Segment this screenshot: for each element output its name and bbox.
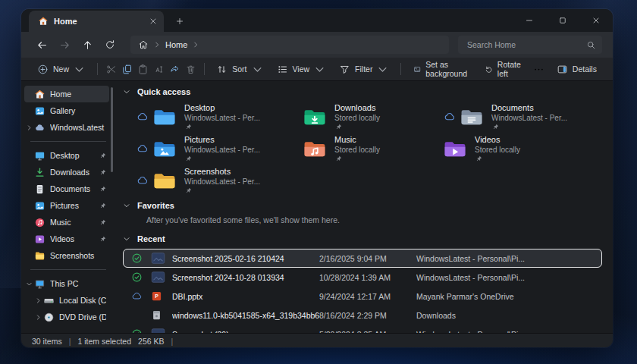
up-button[interactable] [77, 35, 97, 55]
favorites-header[interactable]: Favorites [123, 196, 602, 215]
back-icon [36, 39, 48, 51]
this-pc-icon [34, 278, 46, 290]
minimize-button[interactable] [513, 9, 546, 32]
recent-row-selected[interactable]: Screenshot 2025-02-16 210424 2/16/2025 9… [123, 249, 602, 268]
items-count: 30 items [32, 337, 62, 346]
pin-icon [99, 186, 106, 193]
pictures-icon [34, 200, 46, 212]
file-explorer-window: Home Home New [21, 9, 613, 347]
breadcrumb-home-label[interactable]: Home [165, 40, 187, 49]
chevron-right-icon[interactable] [35, 314, 42, 321]
tab-home[interactable]: Home [29, 11, 164, 32]
sidebar-item-documents[interactable]: Documents [24, 180, 109, 197]
set-as-background-button[interactable]: Set as background [408, 60, 476, 78]
sidebar-item-label: WindowsLatest [50, 123, 106, 132]
sort-button[interactable]: Sort [211, 60, 268, 78]
chevron-right-icon [153, 41, 161, 49]
folder-icon [34, 250, 46, 262]
breadcrumb-home-icon[interactable] [138, 39, 149, 50]
sidebar-item-onedrive[interactable]: WindowsLatest [24, 119, 109, 136]
quick-access-item-downloads[interactable]: Downloads Stored locally [296, 101, 436, 133]
file-name: Screenshot (30) [172, 330, 319, 334]
sidebar-item-desktop[interactable]: Desktop [24, 147, 109, 164]
sidebar-item-videos[interactable]: Videos [24, 231, 109, 247]
sidebar-item-home[interactable]: Home [24, 86, 109, 102]
sidebar-item-downloads[interactable]: Downloads [24, 164, 109, 180]
item-subtitle: WindowsLatest - Per... [491, 114, 567, 124]
chevron-down-icon[interactable] [123, 88, 130, 96]
quick-access-item-videos[interactable]: Videos Stored locally [436, 133, 602, 165]
file-location: Downloads [416, 311, 601, 320]
chevron-down-icon[interactable] [123, 235, 130, 243]
maximize-button[interactable] [546, 9, 579, 32]
sidebar-item-this-pc[interactable]: This PC [24, 275, 109, 292]
rotate-left-button[interactable]: Rotate left [479, 60, 529, 78]
sidebar-item-gallery[interactable]: Gallery [24, 102, 109, 119]
share-button[interactable] [168, 60, 181, 78]
home-icon [34, 89, 46, 100]
sidebar-item-pictures[interactable]: Pictures [24, 197, 109, 214]
sidebar-item-music[interactable]: Music [24, 214, 109, 231]
chevron-down-icon[interactable] [123, 202, 130, 209]
rename-button[interactable] [152, 60, 165, 78]
pin-icon [99, 236, 106, 243]
installer-file-icon [151, 309, 162, 321]
pin-icon [475, 155, 482, 162]
close-button[interactable] [579, 9, 613, 32]
chevron-down-icon[interactable] [26, 281, 33, 287]
filter-button[interactable]: Filter [334, 60, 394, 78]
quick-access-grid: Desktop WindowsLatest - Per... Downloads… [129, 101, 602, 196]
chevron-right-icon[interactable] [26, 124, 33, 131]
copy-button[interactable] [121, 60, 133, 78]
recent-row[interactable]: Screenshot 2024-10-28 013934 10/28/2024 … [123, 268, 602, 287]
tab-bar: Home [21, 9, 613, 32]
quick-access-item-music[interactable]: Music Stored locally [296, 133, 436, 165]
new-tab-button[interactable] [170, 11, 190, 31]
svg-text:P: P [155, 293, 158, 299]
sort-icon [216, 64, 228, 75]
new-button[interactable]: New [32, 60, 90, 78]
search-input[interactable] [466, 39, 586, 50]
forward-icon [59, 39, 71, 51]
back-button[interactable] [32, 35, 52, 55]
quick-access-item-pictures[interactable]: Pictures WindowsLatest - Per... [129, 133, 296, 165]
paste-button[interactable] [136, 60, 149, 78]
cut-button[interactable] [105, 60, 118, 78]
recent-row[interactable]: Screenshot (30) 5/20/2024 3:35 AM Window… [123, 325, 602, 333]
powerpoint-file-icon: P [151, 290, 162, 302]
sidebar-item-label: Documents [50, 184, 99, 193]
quick-access-item-desktop[interactable]: Desktop WindowsLatest - Per... [129, 101, 296, 133]
image-thumbnail-icon [151, 253, 165, 264]
view-button[interactable]: View [271, 60, 331, 78]
search-icon[interactable] [586, 40, 596, 50]
sidebar-scrollbar[interactable] [111, 87, 113, 172]
sidebar-item-local-disk-c[interactable]: Local Disk (C:) [33, 292, 109, 309]
item-subtitle: WindowsLatest - Per... [184, 177, 260, 187]
sidebar-item-label: DVD Drive (D:) [59, 312, 106, 322]
sidebar-item-screenshots[interactable]: Screenshots [24, 247, 109, 264]
breadcrumb[interactable]: Home [130, 36, 449, 54]
recent-row[interactable]: P DBI.pptx 9/24/2024 12:17 AM Mayank Par… [123, 287, 602, 306]
refresh-button[interactable] [100, 35, 120, 55]
file-date: 8/16/2024 2:29 PM [319, 311, 416, 320]
rotate-left-label: Rotate left [497, 60, 524, 78]
chevron-right-icon[interactable] [35, 297, 42, 304]
quick-access-item-screenshots[interactable]: Screenshots WindowsLatest - Per... [129, 165, 296, 196]
maximize-icon [558, 16, 567, 25]
delete-button[interactable] [184, 60, 197, 78]
recent-header[interactable]: Recent [123, 230, 602, 248]
sidebar-item-dvd-drive-d[interactable]: DVD Drive (D:) [33, 309, 109, 325]
details-button[interactable]: Details [551, 60, 602, 78]
home-icon [38, 16, 49, 27]
tab-close-icon[interactable] [149, 17, 158, 26]
more-options-button[interactable] [532, 60, 545, 78]
quick-access-item-documents[interactable]: Documents WindowsLatest - Per... [436, 101, 602, 133]
item-name: Screenshots [184, 167, 260, 177]
quick-access-header[interactable]: Quick access [123, 83, 602, 101]
sidebar-item-label: Home [50, 89, 106, 99]
search-box[interactable] [458, 36, 602, 54]
forward-button[interactable] [55, 35, 74, 55]
chevron-down-icon [314, 64, 325, 75]
sidebar-item-label: Music [50, 218, 99, 227]
recent-row[interactable]: windows11.0-kb5041585-x64_319b34bb6f8f9.… [123, 306, 602, 325]
